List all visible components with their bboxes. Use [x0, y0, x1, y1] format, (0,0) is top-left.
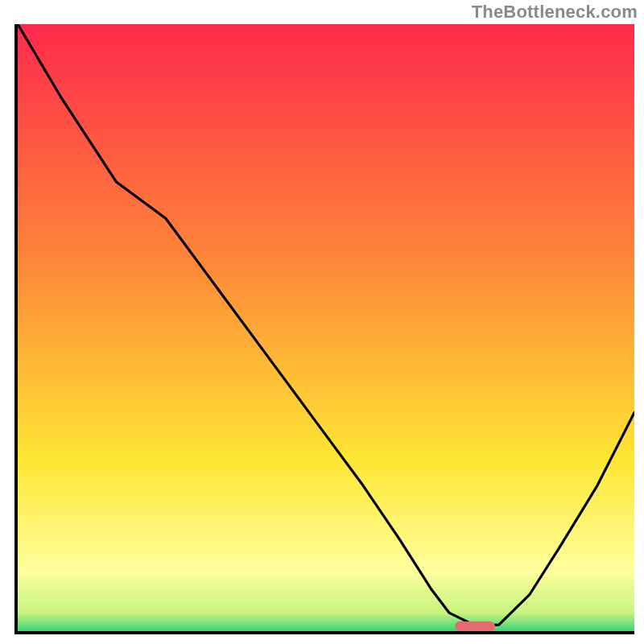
plot-area	[14, 24, 634, 634]
chart-canvas: TheBottleneck.com	[0, 0, 644, 644]
plot-svg	[18, 24, 634, 631]
optimal-marker	[455, 621, 495, 631]
watermark-text: TheBottleneck.com	[472, 2, 638, 23]
gradient-background	[18, 24, 634, 631]
